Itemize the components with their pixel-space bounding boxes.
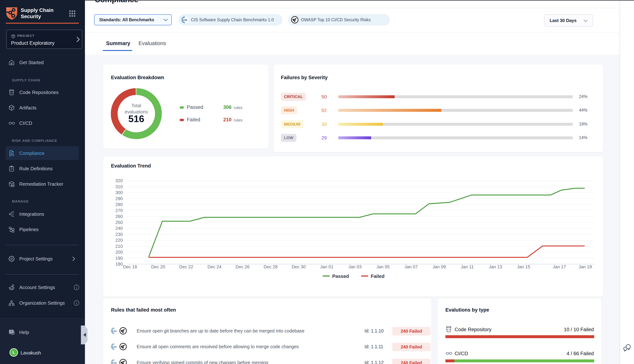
svg-text:300: 300 [115, 190, 123, 195]
svg-text:Dec 22: Dec 22 [179, 264, 193, 269]
svg-text:Jan 01: Jan 01 [320, 264, 333, 269]
svg-text:Dec 24: Dec 24 [207, 264, 221, 269]
svg-text:?: ? [11, 330, 12, 333]
svg-text:Passed: Passed [332, 274, 349, 279]
svg-text:270: 270 [115, 208, 123, 213]
svg-text:230: 230 [115, 232, 123, 237]
svg-text:250: 250 [115, 220, 123, 225]
svg-text:Jan 17: Jan 17 [553, 264, 566, 269]
svg-text:200: 200 [115, 250, 123, 254]
svg-text:Dec 30: Dec 30 [292, 264, 306, 269]
svg-text:Jan 09: Jan 09 [433, 264, 446, 269]
svg-text:Jan 07: Jan 07 [405, 264, 418, 269]
svg-text:CIS: CIS [183, 19, 187, 22]
svg-text:Failed: Failed [371, 274, 385, 279]
svg-text:290: 290 [115, 196, 123, 201]
svg-text:Jan 13: Jan 13 [489, 264, 502, 269]
svg-text:Dec 26: Dec 26 [235, 264, 249, 269]
svg-text:240: 240 [115, 226, 123, 231]
svg-text:260: 260 [115, 214, 123, 219]
svg-text:Jan 15: Jan 15 [517, 264, 530, 269]
svg-text:Dec 18: Dec 18 [123, 264, 137, 269]
svg-text:Jan 05: Jan 05 [377, 264, 390, 269]
svg-text:Jan 19: Jan 19 [579, 264, 592, 269]
svg-text:220: 220 [115, 238, 123, 243]
svg-text:320: 320 [115, 178, 123, 183]
svg-text:CIS: CIS [112, 346, 117, 348]
svg-text:310: 310 [115, 184, 123, 189]
svg-text:Dec 28: Dec 28 [264, 264, 277, 269]
svg-text:190: 190 [115, 256, 123, 261]
svg-text:CIS: CIS [112, 362, 117, 364]
svg-text:CIS: CIS [112, 330, 117, 332]
svg-text:Jan 03: Jan 03 [348, 264, 362, 269]
svg-text:210: 210 [115, 244, 123, 249]
svg-text:Dec 20: Dec 20 [151, 264, 165, 269]
svg-text:280: 280 [115, 202, 123, 207]
svg-text:180: 180 [115, 262, 123, 266]
svg-text:Jan 11: Jan 11 [461, 264, 474, 269]
